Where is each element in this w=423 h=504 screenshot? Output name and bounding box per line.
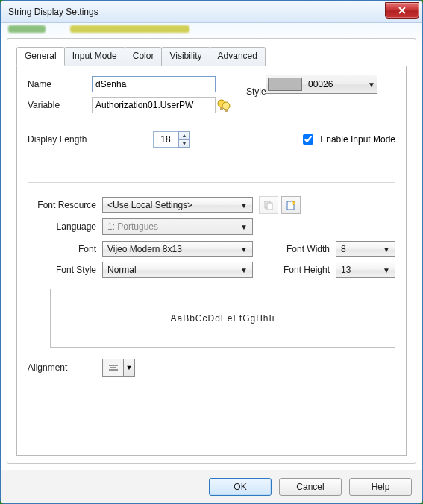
style-swatch	[268, 78, 302, 91]
tab-bar: General Input Mode Color Visibility Adva…	[16, 47, 407, 66]
svg-rect-2	[220, 107, 223, 110]
style-value: 00026	[308, 79, 333, 89]
tab-visibility[interactable]: Visibility	[161, 47, 210, 66]
font-width-value: 8	[341, 244, 383, 254]
tab-general[interactable]: General	[16, 47, 65, 66]
tab-input-mode[interactable]: Input Mode	[64, 47, 125, 66]
ok-button[interactable]: OK	[209, 478, 272, 496]
display-length-spinner[interactable]: ▲ ▼	[153, 131, 190, 148]
font-new-button[interactable]	[281, 196, 301, 214]
copy-icon	[263, 200, 274, 210]
chevron-down-icon: ▼	[240, 201, 248, 210]
help-button[interactable]: Help	[349, 478, 412, 496]
dialog-body: General Input Mode Color Visibility Adva…	[7, 38, 416, 464]
font-style-label: Font Style	[28, 265, 102, 275]
font-height-combo[interactable]: 13 ▼	[336, 262, 395, 278]
svg-point-1	[222, 102, 230, 110]
tab-advanced[interactable]: Advanced	[210, 47, 266, 66]
font-style-combo[interactable]: Normal ▼	[102, 262, 253, 278]
style-dropdown[interactable]: 00026 ▼	[266, 75, 377, 94]
enable-input-mode-input[interactable]	[303, 134, 313, 145]
svg-rect-3	[225, 110, 228, 112]
name-input[interactable]	[92, 76, 216, 92]
enable-input-mode-label: Enable Input Mode	[320, 134, 395, 145]
font-preview-text: AaBbCcDdEeFfGgHhIi	[170, 313, 275, 324]
spinner-down[interactable]: ▼	[178, 139, 190, 148]
titlebar: String Display Settings	[1, 1, 422, 23]
align-center-icon	[103, 359, 124, 376]
parent-window-blur	[1, 23, 422, 34]
alignment-picker[interactable]: ▼	[102, 359, 135, 377]
spinner-up[interactable]: ▲	[178, 131, 190, 139]
font-resource-label: Font Resource	[28, 200, 102, 210]
language-value: 1: Portugues	[107, 221, 240, 232]
font-combo[interactable]: Vijeo Modern 8x13 ▼	[102, 241, 253, 257]
chevron-down-icon: ▼	[240, 266, 248, 274]
dialog-window: String Display Settings General Input Mo…	[0, 0, 423, 504]
tab-color[interactable]: Color	[125, 47, 163, 66]
chevron-down-icon: ▼	[383, 266, 390, 274]
enable-input-mode-checkbox[interactable]: Enable Input Mode	[300, 132, 395, 147]
variable-picker-icon[interactable]	[216, 97, 232, 113]
tab-panel-general: Name Variable	[16, 66, 407, 456]
font-resource-combo[interactable]: <Use Local Settings> ▼	[102, 197, 253, 213]
display-length-label: Display Length	[28, 134, 153, 145]
font-label: Font	[28, 244, 102, 254]
new-file-icon	[286, 200, 296, 210]
close-button[interactable]	[385, 2, 419, 19]
window-title: String Display Settings	[8, 7, 385, 17]
dialog-button-bar: OK Cancel Help	[1, 470, 422, 503]
cancel-button[interactable]: Cancel	[279, 478, 342, 496]
svg-rect-5	[267, 203, 272, 210]
font-copy-button[interactable]	[259, 196, 278, 214]
alignment-label: Alignment	[28, 362, 87, 373]
font-style-value: Normal	[107, 265, 240, 275]
variable-label: Variable	[28, 100, 92, 110]
name-label: Name	[28, 79, 92, 89]
style-label: Style	[246, 86, 266, 97]
font-width-combo[interactable]: 8 ▼	[336, 241, 395, 257]
font-height-label: Font Height	[276, 265, 336, 275]
language-label: Language	[28, 221, 102, 232]
chevron-down-icon: ▼	[383, 245, 390, 253]
chevron-down-icon: ▼	[240, 245, 248, 253]
font-preview-box: AaBbCcDdEeFfGgHhIi	[50, 289, 395, 348]
chevron-down-icon: ▼	[368, 81, 375, 89]
font-height-value: 13	[341, 265, 383, 275]
font-width-label: Font Width	[276, 244, 336, 254]
chevron-down-icon: ▼	[240, 223, 248, 231]
language-combo[interactable]: 1: Portugues ▼	[102, 218, 253, 235]
close-icon	[397, 5, 407, 16]
section-divider	[28, 182, 395, 183]
chevron-down-icon: ▼	[124, 359, 134, 376]
font-resource-value: <Use Local Settings>	[107, 200, 240, 210]
font-value: Vijeo Modern 8x13	[107, 244, 240, 254]
display-length-input[interactable]	[153, 131, 178, 148]
variable-input[interactable]	[92, 97, 216, 113]
